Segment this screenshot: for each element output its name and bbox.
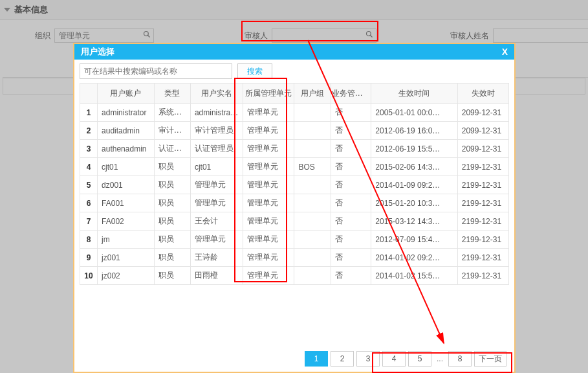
col-account[interactable]: 用户账户 [98,84,155,104]
cell-org: 管理单元 [243,122,294,140]
cell-expire: 2199-12-31 [457,267,508,285]
col-expire[interactable]: 失效时 [457,84,508,104]
table-row[interactable]: 4cjt01职员cjt01管理单元BOS否2015-02-06 14:3…219… [80,158,509,176]
row-index: 4 [80,158,98,176]
cell-account: jz002 [98,267,155,285]
cell-account: administrator [98,104,155,122]
user-select-dialog: 用户选择 X 搜索 用户账户 类型 用户实名 所属管理单元 用户组 业务管理员 … [73,43,516,373]
page-1[interactable]: 1 [305,351,328,367]
cell-group [294,231,331,249]
col-type[interactable]: 类型 [154,84,190,104]
cell-bizadmin: 否 [331,122,371,140]
cell-effective: 2015-02-06 14:3… [371,158,457,176]
table-row[interactable]: 2auditadmin审计管…审计管理员管理单元否2012-06-19 16:0… [80,122,509,140]
page-4[interactable]: 4 [382,351,406,367]
cell-group [294,249,331,267]
cell-expire: 2199-12-31 [457,176,508,194]
page-last[interactable]: 8 [448,351,472,367]
cell-expire: 2099-12-31 [457,122,508,140]
cell-group [294,194,331,212]
cell-effective: 2012-07-09 15:4… [371,231,457,249]
page-3[interactable]: 3 [356,351,380,367]
cell-realname: 王会计 [190,212,243,231]
cell-bizadmin: 否 [331,267,371,285]
cell-group: BOS [294,158,331,176]
close-icon[interactable]: X [502,47,508,57]
table-row[interactable]: 5dz001职员管理单元管理单元否2014-01-09 09:2…2199-12… [80,176,509,194]
dialog-search-input[interactable] [80,63,232,79]
cell-group [294,140,331,158]
cell-account: FA001 [98,194,155,212]
cell-bizadmin: 否 [331,140,371,158]
page-2[interactable]: 2 [331,351,354,367]
cell-bizadmin: 否 [331,176,371,194]
page-5[interactable]: 5 [408,351,431,367]
cell-bizadmin: 否 [331,231,371,249]
cell-group [294,267,331,285]
cell-type: 职员 [154,158,190,176]
dialog-titlebar: 用户选择 X [74,44,514,60]
col-bizadmin[interactable]: 业务管理员 [331,84,371,104]
cell-expire: 2099-12-31 [457,104,508,122]
cell-effective: 2014-01-02 15:5… [371,267,457,285]
table-row[interactable]: 3authenadmin认证管…认证管理员管理单元否2012-06-19 15:… [80,140,509,158]
cell-realname: 管理单元 [190,231,243,249]
cell-type: 职员 [154,231,190,249]
cell-group [294,212,331,231]
col-effective[interactable]: 生效时间 [371,84,457,104]
cell-realname: 管理单元 [190,176,243,194]
cell-account: auditadmin [98,122,155,140]
cell-bizadmin: 否 [331,158,371,176]
cell-type: 职员 [154,212,190,231]
cell-org: 管理单元 [243,140,294,158]
page-ellipsis: ... [434,354,446,363]
page-next[interactable]: 下一页 [474,351,506,367]
table-row[interactable]: 7FA002职员王会计管理单元否2015-03-12 14:3…2199-12-… [80,212,509,231]
table-header-row: 用户账户 类型 用户实名 所属管理单元 用户组 业务管理员 生效时间 失效时 [80,84,509,104]
cell-effective: 2014-01-09 09:2… [371,176,457,194]
row-index: 3 [80,140,98,158]
cell-realname: 认证管理员 [190,140,243,158]
cell-account: jm [98,231,155,249]
dialog-title: 用户选择 [81,46,114,58]
cell-expire: 2099-12-31 [457,140,508,158]
row-index: 1 [80,104,98,122]
cell-effective: 2014-01-02 09:2… [371,249,457,267]
cell-realname: 管理单元 [190,194,243,212]
cell-effective: 2012-06-19 15:5… [371,140,457,158]
cell-bizadmin: 否 [331,212,371,231]
cell-org: 管理单元 [243,267,294,285]
row-index: 5 [80,176,98,194]
cell-account: authenadmin [98,140,155,158]
cell-account: jz001 [98,249,155,267]
cell-type: 职员 [154,176,190,194]
cell-org: 管理单元 [243,158,294,176]
cell-group [294,104,331,122]
table-row[interactable]: 9jz001职员王诗龄管理单元否2014-01-02 09:2…2199-12-… [80,249,509,267]
col-org[interactable]: 所属管理单元 [243,84,294,104]
row-index: 8 [80,231,98,249]
table-row[interactable]: 1administrator系统用户administrator管理单元否2005… [80,104,509,122]
cell-group [294,122,331,140]
cell-realname: 田雨橙 [190,267,243,285]
cell-realname: 审计管理员 [190,122,243,140]
dialog-search-button[interactable]: 搜索 [237,63,272,79]
cell-expire: 2199-12-31 [457,231,508,249]
cell-effective: 2015-01-20 10:3… [371,194,457,212]
cell-bizadmin: 否 [331,249,371,267]
cell-type: 认证管… [154,140,190,158]
row-index: 2 [80,122,98,140]
cell-expire: 2199-12-31 [457,158,508,176]
cell-bizadmin: 否 [331,104,371,122]
cell-account: dz001 [98,176,155,194]
table-row[interactable]: 10jz002职员田雨橙管理单元否2014-01-02 15:5…2199-12… [80,267,509,285]
cell-effective: 2015-03-12 14:3… [371,212,457,231]
user-table-wrap: 用户账户 类型 用户实名 所属管理单元 用户组 业务管理员 生效时间 失效时 1… [80,83,509,346]
cell-effective: 2005-01-01 00:0… [371,104,457,122]
cell-org: 管理单元 [243,231,294,249]
col-realname[interactable]: 用户实名 [190,84,243,104]
col-group[interactable]: 用户组 [294,84,331,104]
table-row[interactable]: 8jm职员管理单元管理单元否2012-07-09 15:4…2199-12-31 [80,231,509,249]
row-index: 9 [80,249,98,267]
table-row[interactable]: 6FA001职员管理单元管理单元否2015-01-20 10:3…2199-12… [80,194,509,212]
